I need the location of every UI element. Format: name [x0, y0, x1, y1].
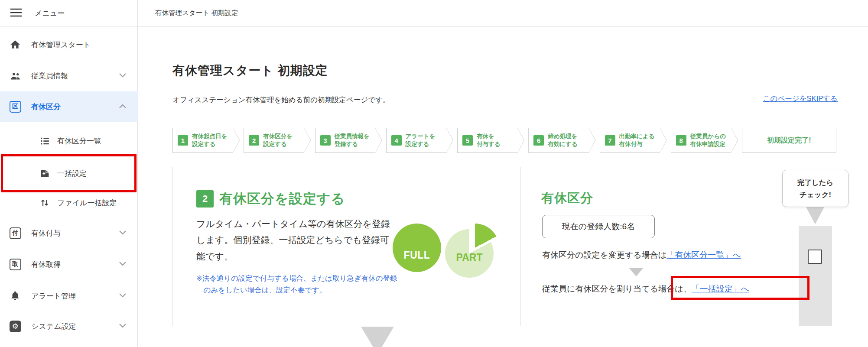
- step-label: 出勤率による有休付与: [619, 133, 655, 148]
- part-pie-label: PART: [445, 252, 494, 263]
- import-export-icon: [38, 198, 51, 208]
- chevron-down-icon: [119, 229, 127, 237]
- bulk-setting-link[interactable]: 「一括設定」へ: [692, 284, 749, 293]
- step-5: 5 有休を付与する: [457, 128, 524, 153]
- step-1: 1 有休起点日を設定する: [172, 128, 240, 153]
- bubble-tail-icon: [806, 206, 825, 224]
- change-category-line: 有休区分の設定を変更する場合は「有休区分一覧」へ: [542, 250, 741, 261]
- step-number: 3: [320, 135, 331, 146]
- sidebar-item-leave-category-list[interactable]: 有休区分一覧: [0, 126, 138, 156]
- sidebar-item-label: 従業員情報: [31, 71, 68, 81]
- note-add-icon: [38, 168, 51, 179]
- sidebar-item-leave-grant[interactable]: 付 有休付与: [0, 218, 138, 248]
- step-number: 6: [533, 135, 544, 146]
- step2-number-badge: 2: [196, 190, 214, 208]
- sidebar-header: メニュー: [0, 0, 137, 27]
- topbar: 有休管理スタート 初期設定: [138, 0, 868, 27]
- step-7: 7 出勤率による有休付与: [600, 128, 667, 153]
- chevron-down-icon: [119, 292, 127, 300]
- step-number: 8: [676, 135, 686, 146]
- leave-category-heading: 有休区分: [541, 190, 593, 207]
- chevron-down-icon: [119, 260, 127, 268]
- sidebar-item-label: 有休区分: [31, 102, 61, 112]
- sidebar-item-leave-category[interactable]: 区 有休区分: [0, 91, 138, 122]
- step-label: アラートを設定する: [406, 133, 436, 148]
- sidebar-item-label: システム設定: [31, 321, 76, 331]
- sidebar-item-bulk-setting[interactable]: 一括設定: [0, 158, 138, 188]
- step-4: 4 アラートを設定する: [386, 128, 453, 153]
- step-number: 5: [462, 135, 473, 146]
- sidebar-item-file-bulk-setting[interactable]: ファイル一括設定: [0, 188, 138, 218]
- step-number: 4: [391, 135, 402, 146]
- step-label: 有休を付与する: [477, 133, 501, 148]
- home-icon: [9, 39, 22, 50]
- step2-title: 有休区分を設定する: [219, 190, 345, 208]
- step-label: 従業員情報を登録する: [335, 133, 370, 148]
- step2-heading: 2 有休区分を設定する: [196, 190, 345, 208]
- step-6: 6 締め処理を有効にする: [528, 128, 595, 153]
- sidebar-item-leave-management-start[interactable]: 有休管理スタート: [0, 29, 138, 60]
- list-icon: [38, 136, 51, 146]
- card-divider: [520, 167, 521, 326]
- sidebar-item-label: 有休区分一覧: [57, 136, 101, 146]
- sidebar-item-label: 有休付与: [31, 228, 61, 238]
- menu-label: メニュー: [35, 8, 65, 18]
- bell-icon: [9, 290, 22, 302]
- page-description: オフィスステーション有休管理を始める前の初期設定ページです。: [172, 95, 390, 105]
- leave-taken-icon: 取: [9, 259, 22, 270]
- sidebar-item-label: 一括設定: [57, 169, 87, 178]
- part-time-pie-graphic: PART: [445, 229, 494, 278]
- sidebar-item-label: ファイル一括設定: [57, 198, 117, 208]
- step-label: 有休区分を設定する: [263, 133, 293, 148]
- sidebar-item-employee-info[interactable]: 従業員情報: [0, 61, 138, 91]
- step-8: 8 従業員からの有休申請設定: [671, 128, 738, 153]
- sidebar: メニュー 有休管理スタート 従業員情報 区 有休区分: [0, 0, 138, 347]
- page-title: 有休管理スタート 初期設定: [172, 62, 328, 79]
- people-icon: [9, 70, 22, 82]
- setup-step-indicator: 1 有休起点日を設定する 2 有休区分を設定する 3 従業員情報を登録する 4 …: [172, 128, 836, 153]
- step-number: 2: [249, 135, 259, 146]
- step-label: 締め処理を有効にする: [548, 133, 577, 148]
- registered-count-box: 現在の登録人数:6名: [542, 215, 655, 238]
- part-pie-wedge: [451, 224, 499, 272]
- leave-category-icon: 区: [9, 101, 22, 113]
- step-number: 1: [178, 135, 188, 146]
- viewport-edge: [866, 27, 866, 347]
- chevron-down-icon: [119, 72, 127, 80]
- down-arrow-icon: [629, 268, 644, 276]
- sidebar-item-label: 有休管理スタート: [31, 40, 91, 50]
- sidebar-item-label: 有休取得: [31, 259, 61, 269]
- step2-note: ※法令通りの設定で付与する場合、または取り急ぎ有休の登録のみをしたい場合は、設定…: [196, 272, 398, 296]
- step-label: 有休起点日を設定する: [192, 133, 227, 148]
- step-3: 3 従業員情報を登録する: [315, 128, 382, 153]
- next-section-arrow-icon: [361, 327, 394, 347]
- step-final: 初期設定完了!: [742, 128, 836, 153]
- hamburger-menu-icon[interactable]: [10, 7, 23, 19]
- step-2: 2 有休区分を設定する: [244, 128, 311, 153]
- step2-description: フルタイム・パートタイム等の有休区分を登録します。個別登録、一括設定どちらでも登…: [196, 216, 392, 264]
- sidebar-item-alert-management[interactable]: アラート管理: [0, 281, 138, 311]
- step-number: 7: [605, 135, 615, 146]
- chevron-down-icon: [119, 322, 127, 330]
- setup-step2-card: 2 有休区分を設定する フルタイム・パートタイム等の有休区分を登録します。個別登…: [172, 167, 860, 326]
- sidebar-item-leave-taken[interactable]: 取 有休取得: [0, 249, 138, 279]
- main-content: 有休管理スタート 初期設定 オフィスステーション有休管理を始める前の初期設定ペー…: [138, 27, 868, 347]
- gear-icon: ⚙: [9, 321, 22, 332]
- topbar-title: 有休管理スタート 初期設定: [155, 9, 238, 18]
- complete-checkbox[interactable]: [808, 250, 822, 264]
- assign-category-line: 従業員に有休区分を割り当てる場合は、「一括設定」へ: [542, 283, 749, 295]
- completion-check-bubble: 完了したら チェック!: [782, 170, 848, 207]
- sidebar-item-label: アラート管理: [31, 291, 76, 301]
- step-label: 従業員からの有休申請設定: [690, 133, 726, 148]
- sidebar-item-system-settings[interactable]: ⚙ システム設定: [0, 311, 138, 341]
- skip-page-link[interactable]: このページをSKIPする: [716, 94, 838, 104]
- full-time-pie-graphic: FULL: [393, 224, 441, 272]
- leave-grant-icon: 付: [9, 227, 22, 239]
- leave-category-list-link[interactable]: 「有休区分一覧」へ: [666, 250, 741, 259]
- chevron-up-icon: [119, 103, 127, 110]
